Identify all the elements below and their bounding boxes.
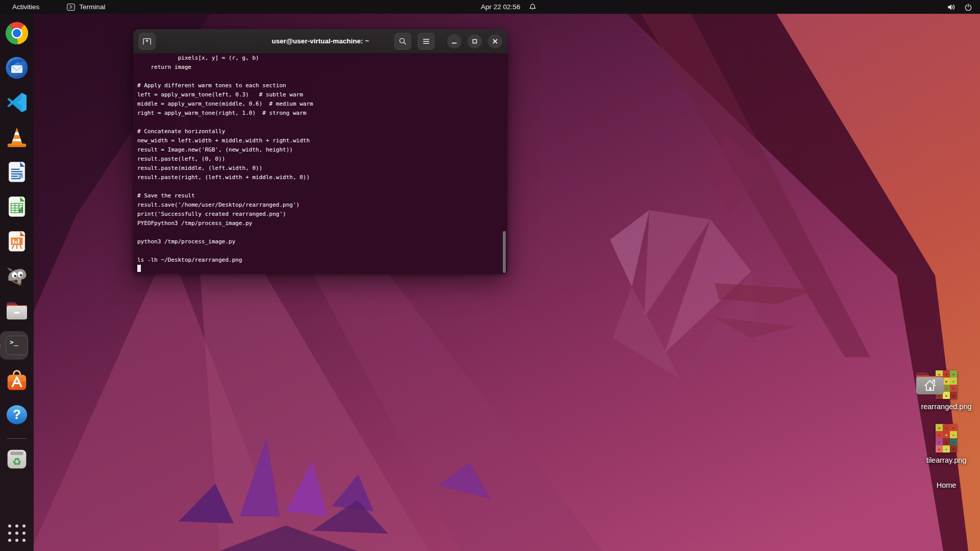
desktop-icon-home-folder[interactable]: Home xyxy=(915,478,977,489)
terminal-line: new_width = left.width + middle.width + … xyxy=(137,136,503,145)
new-tab-button[interactable] xyxy=(138,33,156,50)
terminal-line xyxy=(137,246,503,256)
desktop-icon-label: tilearray.png xyxy=(926,456,967,464)
dock-item-libreoffice-impress[interactable] xyxy=(5,229,29,254)
ubuntu-software-icon xyxy=(5,368,29,392)
app-menu-button[interactable]: Terminal xyxy=(64,0,108,14)
thumbnail-tile xyxy=(950,424,957,431)
thumbnail-tile xyxy=(936,445,943,453)
libreoffice-writer-icon xyxy=(6,160,28,184)
trash-icon: ♻ xyxy=(6,448,28,470)
terminal-line: return image xyxy=(137,63,503,72)
dock-item-trash[interactable]: ♻ xyxy=(5,447,29,471)
terminal-line: result.paste(middle, (left.width, 0)) xyxy=(137,164,503,173)
terminal-line: # Save the result xyxy=(137,191,503,201)
terminal-prompt-line xyxy=(137,265,503,274)
close-icon xyxy=(492,38,498,44)
gimp-icon xyxy=(5,265,29,287)
libreoffice-impress-icon xyxy=(6,230,28,253)
terminal-icon xyxy=(6,336,28,355)
clock-button[interactable]: Apr 22 02:56 xyxy=(481,0,537,14)
chrome-icon xyxy=(5,21,29,45)
search-icon xyxy=(399,37,407,45)
vscode-icon xyxy=(6,92,28,113)
thumbnail-tile xyxy=(950,385,957,392)
desktop-icon-label: rearranged.png xyxy=(921,403,971,411)
vlc-icon xyxy=(5,126,29,149)
svg-text:?: ? xyxy=(13,407,21,421)
terminal-line: result.paste(right, (left.width + middle… xyxy=(137,173,503,182)
thumbnail-tile xyxy=(950,445,957,453)
terminal-line: result.save('/home/user/Desktop/rearrang… xyxy=(137,201,503,210)
close-button[interactable] xyxy=(488,34,502,48)
terminal-cursor xyxy=(137,265,141,272)
dock-item-vscode[interactable] xyxy=(5,90,29,115)
terminal-line xyxy=(137,118,503,127)
dock-item-libreoffice-writer[interactable] xyxy=(5,160,29,184)
thumbnail-tile xyxy=(943,424,950,431)
dock-item-thunderbird[interactable] xyxy=(5,56,29,80)
new-tab-icon xyxy=(142,37,152,45)
terminal-line: PYEOFpython3 /tmp/process_image.py xyxy=(137,219,503,228)
dock: ? ♻ xyxy=(0,14,34,551)
thumbnail-tile xyxy=(950,378,957,385)
search-button[interactable] xyxy=(394,33,411,50)
terminal-line: # Concatenate horizontally xyxy=(137,127,503,136)
terminal-app-icon xyxy=(67,4,75,11)
desktop-icon-tilearray-png[interactable]: tilearray.png xyxy=(915,424,977,464)
dock-item-vlc[interactable] xyxy=(5,125,29,149)
thumbnail-tile xyxy=(950,431,957,438)
terminal-line: right = apply_warm_tone(right, 1.0) # st… xyxy=(137,109,503,118)
thumbnail-tile xyxy=(936,438,943,445)
thumbnail-tile xyxy=(950,392,957,399)
dock-item-ubuntu-software[interactable] xyxy=(5,368,29,392)
terminal-line xyxy=(137,72,503,81)
maximize-button[interactable] xyxy=(468,34,482,48)
thumbnail-tile xyxy=(936,431,943,438)
terminal-window: user@user-virtual-machine: ~ xyxy=(133,29,507,274)
terminal-line: left = apply_warm_tone(left, 0.3) # subt… xyxy=(137,90,503,99)
app-menu-label: Terminal xyxy=(79,3,105,11)
dock-divider xyxy=(7,438,27,439)
terminal-scrollbar[interactable] xyxy=(503,231,506,273)
thumbnail-tile xyxy=(943,431,950,438)
minimize-button[interactable] xyxy=(447,34,461,48)
thumbnail-tile xyxy=(950,438,957,445)
top-bar: Activities Terminal Apr 22 02:56 xyxy=(0,0,980,14)
terminal-line: pixels[x, y] = (r, g, b) xyxy=(137,54,503,63)
thunderbird-icon xyxy=(5,56,29,80)
thumbnail-tile xyxy=(950,370,957,378)
terminal-line: middle = apply_warm_tone(middle, 0.6) # … xyxy=(137,99,503,109)
terminal-line: # Apply different warm tones to each sec… xyxy=(137,81,503,90)
help-icon: ? xyxy=(5,403,29,427)
dock-item-help[interactable]: ? xyxy=(5,403,29,427)
terminal-line: result.paste(left, (0, 0)) xyxy=(137,155,503,164)
minimize-icon xyxy=(451,38,457,44)
dock-item-files[interactable] xyxy=(5,298,29,323)
menu-button[interactable] xyxy=(418,33,435,50)
svg-text:♻: ♻ xyxy=(12,456,21,468)
hamburger-menu-icon xyxy=(422,38,430,45)
activities-button[interactable]: Activities xyxy=(9,0,42,14)
active-app-indicator xyxy=(0,344,1,347)
terminal-line: result = Image.new('RGB', (new_width, he… xyxy=(137,145,503,155)
power-icon[interactable] xyxy=(964,3,973,12)
dock-item-libreoffice-calc[interactable] xyxy=(5,194,29,219)
terminal-line: print('Successfully created rearranged.p… xyxy=(137,210,503,219)
terminal-line: ls -lh ~/Desktop/rearranged.png xyxy=(137,256,503,265)
terminal-titlebar[interactable]: user@user-virtual-machine: ~ xyxy=(133,29,507,54)
clock-label: Apr 22 02:56 xyxy=(481,3,520,11)
volume-icon[interactable] xyxy=(946,3,957,12)
home-folder-icon xyxy=(915,370,945,396)
tilearray-png-thumbnail xyxy=(936,424,957,453)
desktop-icon-label: Home xyxy=(937,481,957,489)
terminal-line: python3 /tmp/process_image.py xyxy=(137,237,503,246)
libreoffice-calc-icon xyxy=(6,195,28,218)
terminal-output[interactable]: pixels[x, y] = (r, g, b) return image# A… xyxy=(133,54,507,274)
show-applications-button[interactable] xyxy=(8,524,26,542)
dock-item-terminal[interactable] xyxy=(5,333,29,358)
maximize-icon xyxy=(472,38,478,44)
dock-item-chrome[interactable] xyxy=(5,21,29,45)
terminal-line xyxy=(137,182,503,191)
dock-item-gimp[interactable] xyxy=(5,264,29,288)
